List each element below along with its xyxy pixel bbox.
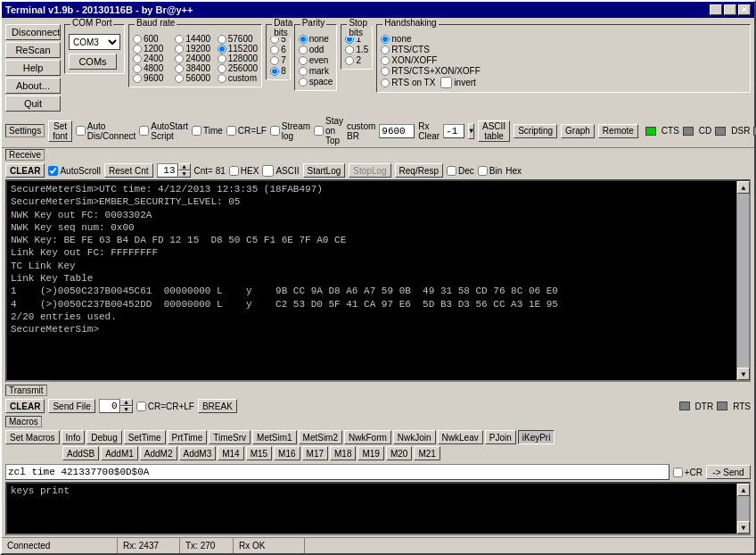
help-button[interactable]: Help [5,60,61,76]
coms-button[interactable]: COMs [69,54,117,70]
command-input[interactable] [5,464,670,480]
ascii-check[interactable]: ASCII [262,165,299,177]
stop-log-button[interactable]: StopLog [349,163,390,178]
data-6[interactable]: 6 [270,45,286,54]
parity-odd[interactable]: odd [299,45,333,54]
rx-clear-input[interactable] [443,124,464,138]
hs-both[interactable]: RTS/CTS+XON/XOFF [381,66,746,76]
baud-24000[interactable]: 24000 [175,54,215,63]
baud-256000[interactable]: 256000 [218,63,258,73]
baud-custom[interactable]: custom [218,73,258,83]
baud-9600[interactable]: 9600 [133,73,173,83]
baud-1200[interactable]: 1200 [133,44,173,54]
stay-on-top-check[interactable]: Stay on Top [314,116,343,145]
time-check[interactable]: Time [192,126,223,136]
baud-56000[interactable]: 56000 [175,73,215,83]
macro-nwkjoin[interactable]: NwkJoin [393,430,436,444]
send-button[interactable]: -> Send [706,465,751,479]
data-7[interactable]: 7 [270,55,286,65]
set-font-button[interactable]: Set font [48,120,72,142]
baud-115200[interactable]: 115200 [218,44,258,54]
parity-even[interactable]: even [299,55,333,65]
lower-scroll-track[interactable] [737,496,749,521]
macro-addm2[interactable]: AddM2 [140,446,177,460]
macro-settime[interactable]: SetTime [124,430,166,444]
cr-crlf-check[interactable]: CR=CR+LF [136,402,194,411]
macro-ikeypri[interactable]: iKeyPri [518,430,555,444]
baud-2400[interactable]: 2400 [133,54,173,63]
macro-m14[interactable]: M14 [218,446,243,460]
parity-none[interactable]: none [299,34,333,44]
macro-m15[interactable]: M15 [246,446,272,460]
receive-clear-button[interactable]: CLEAR [5,163,45,178]
bin-check[interactable]: Bin [478,166,502,176]
baud-4800[interactable]: 4800 [133,63,173,73]
hex-check[interactable]: HEX [229,166,259,176]
macro-m20[interactable]: M20 [386,446,412,460]
macro-pjoin[interactable]: PJoin [485,430,516,444]
hs-rtson[interactable]: RTS on TX invert [381,77,746,88]
cnt-up[interactable]: ▲ [178,163,191,170]
macro-m19[interactable]: M19 [357,446,383,460]
baud-14400[interactable]: 14400 [175,34,215,44]
baud-57600[interactable]: 57600 [218,34,258,44]
transmit-value-input[interactable] [99,399,120,413]
close-button[interactable]: ✕ [738,4,751,15]
scroll-track[interactable] [737,194,749,368]
stream-log-check[interactable]: Stream log [270,121,310,141]
macro-nwkform[interactable]: NwkForm [344,430,391,444]
receive-scrollbar[interactable]: ▲ ▼ [736,181,749,380]
custom-br-input[interactable] [379,124,415,138]
lower-scroll-up[interactable]: ▲ [737,484,750,496]
auto-dis-connect-check[interactable]: Auto Dis/Connect [76,121,136,141]
autoscroll-check[interactable]: AutoScroll [48,166,101,176]
cnt-down[interactable]: ▼ [178,170,191,178]
transmit-up[interactable]: ▲ [120,399,133,406]
remote-button[interactable]: Remote [598,124,638,138]
parity-mark[interactable]: mark [299,66,333,76]
macro-metsim2[interactable]: MetSim2 [299,430,342,444]
macro-m21[interactable]: M21 [414,446,440,460]
req-resp-button[interactable]: Req/Resp [395,163,443,178]
macro-m16[interactable]: M16 [274,446,300,460]
quit-button[interactable]: Quit [5,95,61,112]
baud-128000[interactable]: 128000 [218,54,258,63]
graph-button[interactable]: Graph [561,124,595,138]
start-log-button[interactable]: StartLog [303,163,346,178]
hs-none[interactable]: none [381,34,746,44]
macro-m18[interactable]: M18 [330,446,356,460]
cr-check[interactable]: +CR [673,468,703,477]
dec-check[interactable]: Dec [447,166,474,176]
set-macros-button[interactable]: Set Macros [5,430,60,444]
macro-m17[interactable]: M17 [302,446,328,460]
reset-cnt-button[interactable]: Reset Cnt [104,163,152,178]
scroll-up-btn[interactable]: ▲ [737,181,750,194]
data-8[interactable]: 8 [270,66,286,76]
disconnect-button[interactable]: Disconnect [5,24,61,40]
macro-info[interactable]: Info [62,430,86,444]
break-button[interactable]: BREAK [198,399,237,413]
baud-19200[interactable]: 19200 [175,44,215,54]
rescan-button[interactable]: ReScan [5,42,61,58]
com-port-select[interactable]: COM3 [69,34,120,50]
parity-space[interactable]: space [299,77,333,87]
cr-lf-check[interactable]: CR=LF [226,126,267,136]
scroll-down-btn[interactable]: ▼ [737,368,750,380]
macro-addsb[interactable]: AddSB [62,446,99,460]
macro-metsim1[interactable]: MetSim1 [252,430,296,444]
rx-clear-dropdown[interactable]: ▼ [468,123,474,139]
transmit-clear-button[interactable]: CLEAR [5,399,45,413]
maximize-button[interactable]: □ [724,4,736,15]
baud-38400[interactable]: 38400 [175,63,215,73]
lower-scroll-down[interactable]: ▼ [737,521,750,534]
stop-2[interactable]: 2 [345,55,368,65]
macro-debug[interactable]: Debug [86,430,121,444]
macro-addm1[interactable]: AddM1 [101,446,138,460]
ascii-table-button[interactable]: ASCII table [478,120,510,142]
macro-timesrv[interactable]: TimeSrv [209,430,251,444]
autostart-script-check[interactable]: AutoStart Script [139,121,188,141]
macro-nwkleav[interactable]: NwkLeav [438,430,483,444]
hs-xonxoff[interactable]: XON/XOFF [381,55,746,65]
lower-scrollbar[interactable]: ▲ ▼ [736,484,749,534]
minimize-button[interactable]: _ [710,4,722,15]
